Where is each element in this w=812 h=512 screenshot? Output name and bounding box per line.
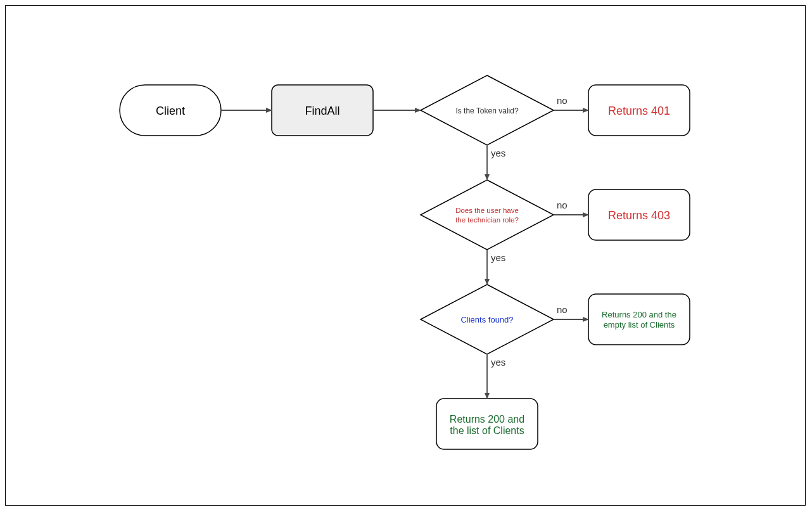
- edge-role-no-label: no: [557, 200, 568, 210]
- node-role-label-line2: the technician role?: [455, 216, 519, 224]
- node-return-403-label: Returns 403: [608, 209, 670, 222]
- node-return-403: Returns 403: [588, 189, 690, 240]
- edge-role-yes-label: yes: [491, 252, 505, 263]
- edge-token-no-label: no: [557, 95, 568, 106]
- node-role-label-line1: Does the user have: [455, 207, 519, 214]
- node-findall-label: FindAll: [305, 105, 339, 117]
- node-return-401: Returns 401: [588, 85, 690, 136]
- node-return-200-empty-line2: empty list of Clients: [604, 320, 675, 330]
- node-token-decision: Is the Token valid?: [421, 75, 554, 145]
- node-found-decision: Clients found?: [421, 285, 554, 354]
- edge-found-yes-label: yes: [491, 357, 505, 368]
- edge-found-no-label: no: [557, 304, 568, 315]
- node-token-label: Is the Token valid?: [455, 106, 519, 115]
- diagram-frame: Client FindAll Is the Token valid? Retur…: [5, 5, 806, 506]
- node-return-200-list: Returns 200 and the list of Clients: [436, 399, 538, 449]
- node-return-200-empty-line1: Returns 200 and the: [602, 310, 676, 319]
- node-return-200-list-line2: the list of Clients: [450, 425, 524, 436]
- node-findall: FindAll: [272, 85, 373, 136]
- node-role-decision: Does the user have the technician role?: [421, 180, 554, 250]
- svg-marker-4: [421, 180, 554, 250]
- node-return-200-empty: Returns 200 and the empty list of Client…: [588, 294, 690, 345]
- node-return-200-list-line1: Returns 200 and: [450, 414, 524, 425]
- node-return-401-label: Returns 401: [608, 105, 670, 117]
- node-start: Client: [120, 85, 221, 136]
- node-found-label: Clients found?: [460, 315, 513, 324]
- flowchart-svg: Client FindAll Is the Token valid? Retur…: [6, 6, 806, 506]
- node-start-label: Client: [156, 105, 185, 117]
- edge-token-yes-label: yes: [491, 148, 505, 158]
